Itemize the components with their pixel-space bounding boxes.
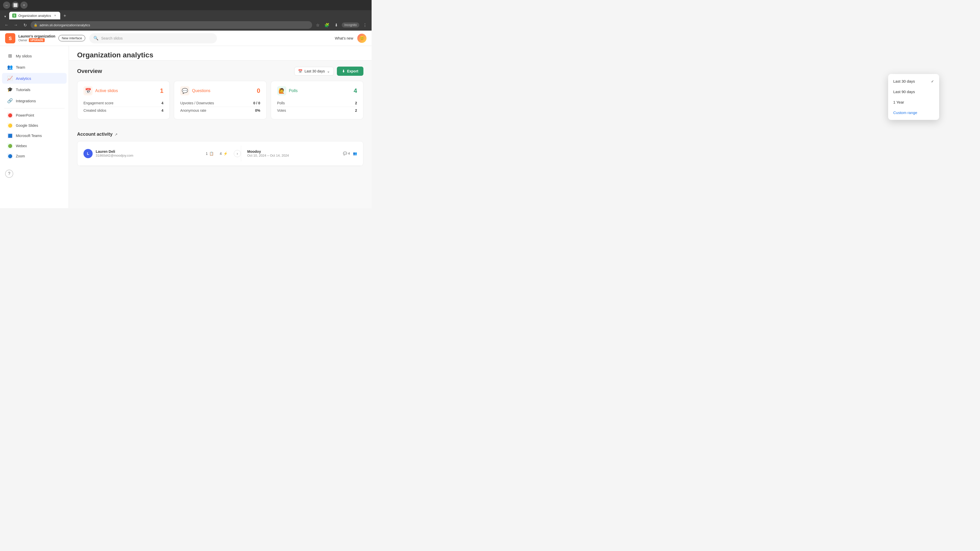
stats-grid: 📅 Active slidos 1 Engagement score 4 Cre… — [77, 81, 363, 119]
overview-section: Overview 📅 Last 30 days ⌄ ⬇ Export — [69, 60, 372, 132]
activity-row: L Lauren Deli 31860d42@moodjoy.com 1 📋 4 — [77, 141, 363, 166]
stat-value: 0 — [257, 87, 260, 94]
tab-title-text: Organization analytics — [18, 14, 51, 17]
window-controls[interactable]: – ⬜ × — [3, 2, 27, 9]
app-container: ⊞ My slidos 👥 Team 📈 Analytics 🎓 Tutoria… — [0, 46, 372, 208]
user-avatar-letter: L — [83, 149, 93, 158]
upgrade-badge[interactable]: UPGRADE — [29, 38, 45, 42]
stat-row-value: 4 — [162, 108, 164, 113]
moodoy-card: Moodoy Oct 10, 2024 – Oct 14, 2024 — [241, 145, 343, 162]
overview-title: Overview — [77, 68, 102, 75]
team-icon: 👥 — [7, 64, 13, 70]
address-bar-row: ← → ↻ 🔒 admin.sli.do/organization/analyt… — [0, 19, 372, 30]
calendar-icon: 📅 — [298, 69, 302, 73]
logo-area: S Lauren's organization Owner UPGRADE Ne… — [5, 33, 85, 43]
app-header: S Lauren's organization Owner UPGRADE Ne… — [0, 30, 372, 46]
tab-close-button[interactable]: × — [53, 14, 57, 17]
back-button[interactable]: ← — [3, 21, 10, 29]
integration-label: Microsoft Teams — [16, 134, 42, 138]
search-icon: 🔍 — [94, 36, 99, 41]
stat-row-value: 0% — [255, 108, 260, 113]
new-tab-button[interactable]: + — [61, 12, 68, 19]
sidebar-item-team[interactable]: 👥 Team — [2, 62, 67, 73]
sidebar-item-tutorials[interactable]: 🎓 Tutorials — [2, 84, 67, 95]
menu-icon[interactable]: ⋮ — [361, 21, 369, 29]
questions-count: 4 ⚡ — [220, 151, 228, 156]
bookmark-icon[interactable]: ☆ — [314, 21, 321, 29]
chevron-down-icon: ⌄ — [327, 69, 330, 73]
stat-card-active-slidos: 📅 Active slidos 1 Engagement score 4 Cre… — [77, 81, 170, 119]
analytics-icon: 📈 — [7, 76, 13, 81]
external-link-icon[interactable]: ↗ — [115, 132, 118, 137]
questions-count-value: 4 — [220, 151, 222, 156]
user-info: Lauren Deli 31860d42@moodjoy.com — [96, 149, 206, 157]
tab-bar: ▾ S Organization analytics × + — [0, 10, 372, 19]
sidebar-item-zoom[interactable]: 🔵 Zoom — [2, 151, 67, 161]
stat-card-polls: 🙋 Polls 4 Polls 2 Votes 2 — [271, 81, 363, 119]
sidebar-item-my-slidos[interactable]: ⊞ My slidos — [2, 51, 67, 61]
integration-label: Webex — [16, 144, 27, 148]
stat-value: 4 — [354, 87, 357, 94]
polls-icon: 🙋 — [277, 86, 286, 95]
user-avatar[interactable]: 😊 — [357, 34, 366, 43]
comment-icon: 💬 — [343, 151, 347, 156]
my-slidos-icon: ⊞ — [7, 53, 13, 59]
address-bar[interactable]: 🔒 admin.sli.do/organization/analytics — [30, 21, 312, 29]
stat-row-value: 0 / 0 — [253, 101, 260, 105]
sidebar-item-google-slides[interactable]: 🟡 Google Slides — [2, 121, 67, 130]
sidebar-item-powerpoint[interactable]: 🔴 PowerPoint — [2, 110, 67, 120]
stat-row-votes: Votes 2 — [277, 107, 357, 114]
close-button[interactable]: × — [21, 2, 27, 9]
tutorials-icon: 🎓 — [7, 87, 13, 92]
new-interface-badge[interactable]: New interface — [59, 35, 85, 41]
expand-arrow-button[interactable]: › — [234, 150, 241, 157]
active-tab[interactable]: S Organization analytics × — [9, 12, 60, 19]
sidebar-item-ms-teams[interactable]: 🟦 Microsoft Teams — [2, 131, 67, 141]
export-button[interactable]: ⬇ Export — [337, 67, 363, 76]
stat-row-anon: Anonymous rate 0% — [180, 107, 260, 114]
account-activity-title: Account activity — [77, 132, 113, 137]
stat-label-row: 💬 Questions — [180, 86, 210, 95]
maximize-button[interactable]: ⬜ — [12, 2, 19, 9]
sidebar-divider — [4, 108, 65, 108]
date-filter-label: Last 30 days — [304, 69, 325, 73]
org-name: Lauren's organization — [18, 34, 56, 38]
svg-text:S: S — [9, 36, 12, 41]
section-header: Account activity ↗ — [77, 132, 363, 137]
moodoy-date: Oct 10, 2024 – Oct 14, 2024 — [247, 154, 337, 157]
search-bar[interactable]: 🔍 Search slidos — [89, 33, 217, 43]
sidebar-item-integrations[interactable]: 🔗 Integrations — [2, 95, 67, 106]
slidos-count: 1 📋 — [206, 151, 213, 156]
page-title: Organization analytics — [77, 51, 363, 59]
sidebar-item-analytics[interactable]: 📈 Analytics — [2, 73, 67, 84]
browser-window-controls: – ⬜ × — [0, 0, 372, 10]
stat-row-created: Created slidos 4 — [83, 107, 163, 114]
sidebar-item-webex[interactable]: 🟢 Webex — [2, 141, 67, 151]
refresh-button[interactable]: ↻ — [21, 21, 29, 29]
sidebar-item-label: Integrations — [16, 99, 36, 103]
zoom-icon: 🔵 — [7, 153, 13, 159]
help-button[interactable]: ? — [5, 170, 13, 178]
downloads-icon[interactable]: ⬇ — [332, 21, 340, 29]
minimize-button[interactable]: – — [3, 2, 10, 9]
date-filter-button[interactable]: 📅 Last 30 days ⌄ — [294, 67, 334, 76]
stat-row-label: Upvotes / Downvotes — [180, 101, 214, 105]
ms-teams-icon: 🟦 — [7, 133, 13, 138]
sidebar-item-label: Team — [16, 65, 25, 69]
tab-list-button[interactable]: ▾ — [2, 13, 8, 19]
stat-label-row: 🙋 Polls — [277, 86, 298, 95]
stat-row-polls: Polls 2 — [277, 100, 357, 107]
moodoy-participants: 👥 — [353, 151, 357, 156]
export-label: Export — [347, 69, 358, 73]
moodoy-stats: 💬 4 👥 — [343, 151, 357, 156]
whats-new-link[interactable]: What's new — [335, 36, 353, 40]
webex-icon: 🟢 — [7, 143, 13, 149]
forward-button[interactable]: → — [12, 21, 19, 29]
integration-label: Zoom — [16, 154, 25, 158]
stat-row-label: Polls — [277, 101, 285, 105]
stat-label-row: 📅 Active slidos — [83, 86, 118, 95]
stat-title: Polls — [289, 89, 298, 93]
extensions-icon[interactable]: 🧩 — [323, 21, 331, 29]
slido-icon: 📋 — [209, 151, 213, 156]
account-activity-section: Account activity ↗ L Lauren Deli 31860d4… — [69, 132, 372, 172]
